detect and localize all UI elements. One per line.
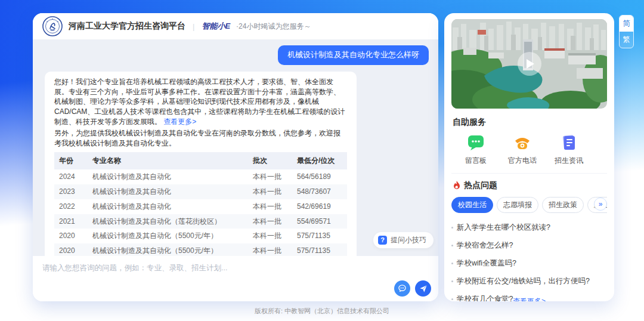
bullet-dot: [451, 245, 453, 246]
simplified-chinese-button[interactable]: 简: [620, 16, 633, 32]
ask-tips-button[interactable]: ? 提问小技巧: [373, 232, 434, 248]
assistant-tagline: ·24小时竭诚为您服务～: [236, 21, 311, 32]
hot-question-text: 学校宿舍怎么样?: [457, 240, 513, 251]
cell-major: 机械设计制造及其自动化（5500元/年）: [88, 243, 248, 256]
question-input[interactable]: [42, 263, 429, 291]
cell-batch: 本科一批: [248, 214, 292, 229]
cell-batch: 本科一批: [248, 169, 292, 184]
admission-news-icon: [559, 134, 578, 152]
chat-card: 河南工业大学官方招生咨询平台 | 智能小E ·24小时竭诚为您服务～ 机械设计制…: [33, 13, 438, 301]
cell-major: 机械设计制造及其自动化: [88, 199, 248, 214]
chat-bubble-icon: [398, 284, 407, 293]
sidebar-see-more-link[interactable]: 查看更多>: [451, 297, 607, 301]
table-header-row: 年份 专业名称 批次 最低分/位次: [54, 152, 347, 169]
hot-question-list: 新入学学生在哪个校区就读? 学校宿舍怎么样? 学校wifi全覆盖吗? 学校附近有…: [451, 218, 607, 301]
cell-batch: 本科一批: [248, 229, 292, 243]
cell-major: 机械设计制造及其自动化: [88, 184, 248, 199]
see-more-link[interactable]: 查看更多>: [163, 118, 196, 126]
table-row: 2020 机械设计制造及其自动化（5500元/年） 本科一批 575/71135: [54, 243, 347, 256]
tag-application[interactable]: 志愿填报: [497, 197, 538, 213]
university-logo: [42, 16, 63, 36]
bot-paragraph: 另外，为您提供我校机械设计制造及其自动化专业在河南的录取分数线，供您参考，欢迎报…: [54, 128, 347, 149]
cell-year: 2024: [54, 169, 88, 184]
table-row: 2022 机械设计制造及其自动化 本科一批 542/69619: [54, 199, 347, 214]
tag-policy[interactable]: 招生政策: [542, 197, 584, 213]
page-title: 河南工业大学官方招生咨询平台: [69, 21, 185, 32]
cell-year: 2022: [54, 199, 88, 214]
language-toggle: 简 繁: [619, 15, 634, 48]
table-row: 2021 机械设计制造及其自动化（莲花街校区） 本科一批 554/69571: [54, 214, 347, 229]
bullet-dot: [451, 227, 453, 229]
hot-question-item[interactable]: 新入学学生在哪个校区就读?: [451, 218, 607, 236]
flame-icon: [453, 181, 461, 190]
service-label: 官方电话: [508, 156, 537, 166]
hot-question-tags: 校园生活 志愿填报 招生政策 新生报到 »: [451, 197, 607, 213]
copyright-footer: 版权所有: 中教智网（北京）信息技术有限公司: [0, 307, 644, 316]
cell-year: 2023: [54, 184, 88, 199]
hot-question-item[interactable]: 学校wifi全覆盖吗?: [451, 254, 607, 272]
col-header-year: 年份: [54, 152, 88, 169]
table-row: 2023 机械设计制造及其自动化 本科一批 548/73607: [54, 184, 347, 199]
user-message-row: 机械设计制造及其自动化专业怎么样呀: [45, 45, 429, 65]
table-row: 2020 机械设计制造及其自动化（5500元/年） 本科一批 575/71135: [54, 229, 347, 243]
bullet-dot: [451, 280, 453, 282]
service-label: 留言板: [465, 156, 487, 166]
cell-score: 575/71135: [292, 229, 347, 243]
cell-major: 机械设计制造及其自动化（5500元/年）: [88, 229, 248, 243]
service-official-phone[interactable]: 官方电话: [499, 134, 546, 166]
user-message-bubble: 机械设计制造及其自动化专业怎么样呀: [278, 45, 429, 65]
bot-paragraph: 您好！我们这个专业旨在培养机械工程领域的高级工程技术人才，要求德、智、体全面发展…: [54, 77, 347, 127]
traditional-chinese-button[interactable]: 繁: [620, 32, 633, 48]
tags-more-button[interactable]: »: [594, 197, 607, 211]
cell-score: 542/69619: [292, 199, 347, 214]
hot-question-text: 学校附近有公交/地铁站吗，出行方便吗?: [457, 276, 590, 286]
hot-question-item[interactable]: 学校附近有公交/地铁站吗，出行方便吗?: [451, 272, 607, 290]
phone-icon: [513, 134, 532, 152]
composer-buttons: [394, 280, 431, 297]
message-board-icon: [466, 134, 485, 152]
services-title: 自助服务: [453, 117, 606, 128]
cell-score: 564/56189: [292, 169, 347, 184]
question-mark-icon: ?: [378, 236, 387, 245]
bot-message-bubble: 您好！我们这个专业旨在培养机械工程领域的高级工程技术人才，要求德、智、体全面发展…: [45, 72, 357, 256]
cell-score: 575/71135: [292, 243, 347, 256]
col-header-score: 最低分/位次: [292, 152, 347, 169]
admission-score-table: 年份 专业名称 批次 最低分/位次 2024 机械设计制造及其自动化 本科一批 …: [54, 152, 347, 256]
tag-campus-life[interactable]: 校园生活: [451, 197, 493, 213]
cell-batch: 本科一批: [248, 243, 292, 256]
service-label: 招生资讯: [555, 156, 583, 166]
col-header-batch: 批次: [248, 152, 292, 169]
bot-paragraph-text: 您好！我们这个专业旨在培养机械工程领域的高级工程技术人才，要求德、智、体全面发展…: [54, 78, 345, 126]
campus-video-thumbnail[interactable]: [451, 19, 607, 109]
send-icon: [419, 285, 428, 293]
hot-questions-section: 热点问题 校园生活 志愿填报 招生政策 新生报到 » 新入学学生在哪个校区就读?…: [451, 173, 607, 301]
send-button[interactable]: [415, 280, 431, 297]
cell-batch: 本科一批: [248, 184, 292, 199]
quick-chat-button[interactable]: [394, 280, 410, 297]
service-message-board[interactable]: 留言板: [453, 134, 499, 166]
cell-year: 2020: [54, 243, 88, 256]
cell-year: 2021: [54, 214, 88, 229]
hot-question-item[interactable]: 学校宿舍怎么样?: [451, 236, 607, 254]
service-admission-news[interactable]: 招生资讯: [546, 134, 592, 166]
cell-batch: 本科一批: [248, 199, 292, 214]
hot-questions-title: 热点问题: [464, 180, 497, 191]
col-header-major: 专业名称: [88, 152, 248, 169]
composer: [33, 256, 438, 301]
header-separator: |: [193, 22, 194, 31]
hot-question-text: 新入学学生在哪个校区就读?: [457, 223, 550, 233]
assistant-name: 智能小E: [202, 21, 230, 32]
play-icon: [527, 59, 534, 69]
cell-major: 机械设计制造及其自动化（莲花街校区）: [88, 214, 248, 229]
ask-tips-label: 提问小技巧: [391, 235, 426, 245]
cell-year: 2020: [54, 229, 88, 243]
chat-header: 河南工业大学官方招生咨询平台 | 智能小E ·24小时竭诚为您服务～: [33, 13, 438, 39]
bullet-dot: [451, 263, 453, 264]
side-panel: 自助服务 留言板 官方电话: [444, 13, 614, 301]
cell-score: 554/69571: [292, 214, 347, 229]
services-row: 留言板 官方电话 招生资讯: [451, 134, 607, 166]
play-button[interactable]: [518, 52, 541, 76]
hot-questions-header: 热点问题: [453, 180, 606, 191]
hot-question-text: 学校wifi全覆盖吗?: [457, 258, 516, 268]
cell-major: 机械设计制造及其自动化: [88, 169, 248, 184]
